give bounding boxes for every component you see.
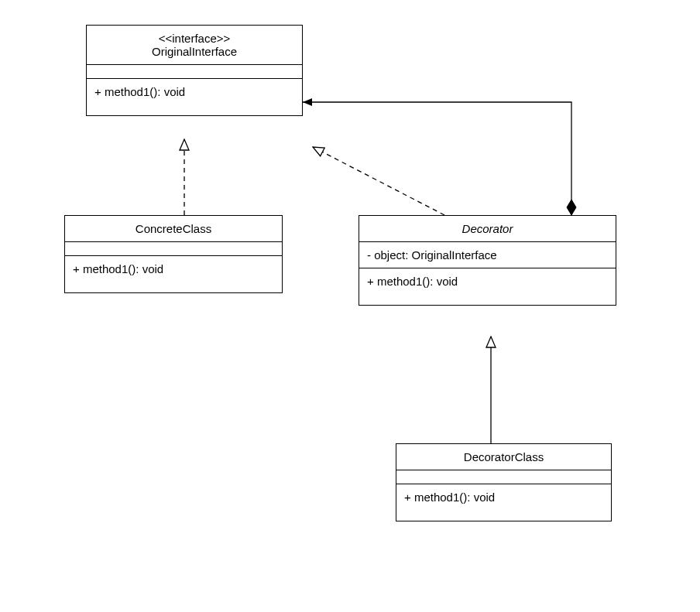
- method-label: + method1(): void: [73, 262, 163, 275]
- methods-compartment: + method1(): void: [359, 268, 616, 305]
- uml-diagram: <<interface>> OriginalInterface + method…: [0, 0, 700, 612]
- class-name: ConcreteClass: [71, 222, 276, 235]
- class-name: Decorator: [365, 222, 609, 235]
- methods-compartment: + method1(): void: [65, 256, 282, 292]
- attributes-compartment: [396, 470, 611, 484]
- class-concrete: ConcreteClass + method1(): void: [64, 215, 283, 293]
- class-name: DecoratorClass: [403, 450, 605, 463]
- attribute-label: - object: OriginalInterface: [367, 248, 497, 262]
- method-label: + method1(): void: [94, 85, 185, 98]
- class-decorator: Decorator - object: OriginalInterface + …: [359, 215, 616, 306]
- class-original-interface: <<interface>> OriginalInterface + method…: [86, 25, 303, 116]
- class-decorator-class: DecoratorClass + method1(): void: [396, 443, 612, 521]
- class-name: OriginalInterface: [93, 45, 296, 58]
- attributes-compartment: [87, 65, 302, 79]
- method-label: + method1(): void: [404, 491, 495, 504]
- method-label: + method1(): void: [367, 275, 458, 288]
- edge-decorator-to-interface: [313, 147, 444, 215]
- attributes-compartment: [65, 242, 282, 256]
- attributes-compartment: - object: OriginalInterface: [359, 242, 616, 268]
- edge-composition: [303, 102, 571, 215]
- methods-compartment: + method1(): void: [396, 484, 611, 521]
- methods-compartment: + method1(): void: [87, 79, 302, 115]
- stereotype-label: <<interface>>: [93, 32, 296, 45]
